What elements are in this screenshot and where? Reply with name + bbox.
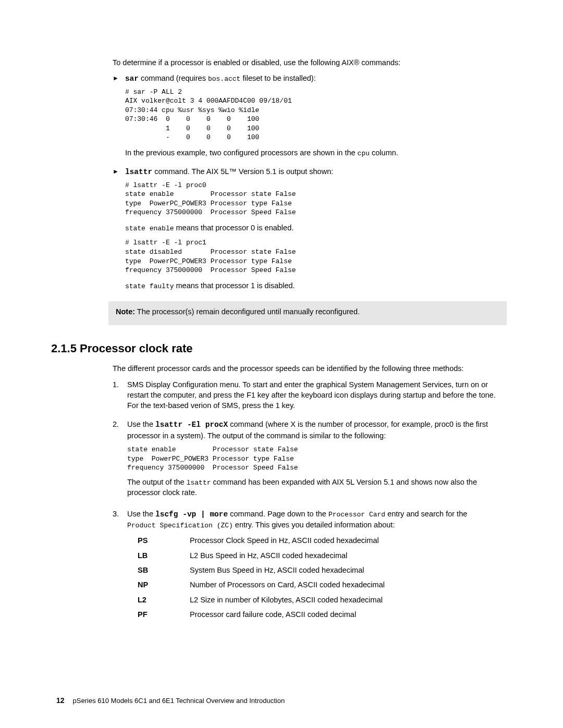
sar-cmd: sar <box>125 75 139 83</box>
def-row-l2: L2 L2 Size in number of Kilobytes, ASCII… <box>138 595 507 605</box>
state-faulty-code: state faulty <box>125 282 174 290</box>
text: Use the <box>127 510 155 518</box>
processor-card-code: Processor Card <box>328 511 385 519</box>
def-key: PF <box>138 609 190 620</box>
bullet-item-lsattr: ► lsattr command. The AIX 5L™ Version 5.… <box>113 166 507 296</box>
def-row-sb: SB System Bus Speed in Hz, ASCII coded h… <box>138 565 507 575</box>
text: entry. This gives you detailed informati… <box>233 521 395 529</box>
lsattr-proc1-output: # lsattr -E -l proc1 state disabled Proc… <box>125 238 333 275</box>
page-number: 12 <box>56 696 65 706</box>
bullet-body: sar command (requires bos.acct fileset t… <box>125 73 398 163</box>
text: means that processor 1 is disabled. <box>174 281 295 290</box>
note-label: Note: <box>116 307 135 316</box>
bullet-glyph: ► <box>113 73 119 163</box>
lsattr-code: lsattr <box>187 479 211 487</box>
def-val: Processor Clock Speed in Hz, ASCII coded… <box>190 535 507 546</box>
step-1: 1. SMS Display Configuration menu. To st… <box>113 379 507 414</box>
def-key: PS <box>138 535 190 546</box>
text: The output of the <box>127 478 187 486</box>
footer-title: pSeries 610 Models 6C1 and 6E1 Technical… <box>73 696 285 706</box>
text: entry and search for the <box>385 510 467 518</box>
lsattr-el-cmd: lsattr -El procX <box>155 421 228 429</box>
page-footer: 12 pSeries 610 Models 6C1 and 6E1 Techni… <box>56 696 285 706</box>
note-text: The processor(s) remain deconfigured unt… <box>135 307 360 316</box>
def-val: L2 Size in number of Kilobytes, ASCII co… <box>190 595 507 605</box>
cpu-code: cpu <box>358 150 370 157</box>
lsattr-proc0-output: # lsattr -E -l proc0 state enable Proces… <box>125 181 333 217</box>
lsattr-output-step2: state enable Processor state False type … <box>127 445 507 473</box>
def-row-pf: PF Processor card failure code, ASCII co… <box>138 609 507 620</box>
text: Use the <box>127 420 155 428</box>
text: column. <box>370 149 398 157</box>
sar-output: # sar -P ALL 2 AIX volker@colt 3 4 000AA… <box>125 88 398 142</box>
bullet-item-sar: ► sar command (requires bos.acct fileset… <box>113 73 507 163</box>
text: command. The AIX 5L™ Version 5.1 is outp… <box>152 167 333 176</box>
bullet-glyph: ► <box>113 166 119 296</box>
product-spec-code: Product Specification (ZC) <box>127 522 233 529</box>
def-val: Processor card failure code, ASCII coded… <box>190 609 507 620</box>
step-text: SMS Display Configuration menu. To start… <box>127 379 507 411</box>
bos-acct: bos.acct <box>208 75 240 83</box>
def-key: SB <box>138 565 190 575</box>
text: command (requires <box>139 74 208 82</box>
def-key: L2 <box>138 595 190 605</box>
section-intro: The different processor cards and the pr… <box>113 363 507 374</box>
text: means that processor 0 is enabled. <box>174 224 294 232</box>
def-val: System Bus Speed in Hz, ASCII coded hexa… <box>190 565 507 575</box>
note-box: Note: The processor(s) remain deconfigur… <box>108 301 507 325</box>
text: In the previous example, two configured … <box>125 149 358 157</box>
text: command. Page down to the <box>228 510 328 518</box>
def-row-lb: LB L2 Bus Speed in Hz, ASCII coded hexad… <box>138 550 507 561</box>
def-key: NP <box>138 579 190 590</box>
lsattr-cmd: lsattr <box>125 168 152 176</box>
section-heading: 2.1.5 Processor clock rate <box>51 341 507 357</box>
step-number: 3. <box>113 509 123 624</box>
intro-paragraph: To determine if a processor is enabled o… <box>113 57 507 68</box>
state-enable-code: state enable <box>125 225 174 232</box>
def-val: L2 Bus Speed in Hz, ASCII coded hexadeci… <box>190 550 507 561</box>
text: fileset to be installed): <box>240 74 315 82</box>
step-3: 3. Use the lscfg -vp | more command. Pag… <box>113 509 507 624</box>
step-number: 2. <box>113 419 123 503</box>
step-number: 1. <box>113 379 123 414</box>
bullet-body: lsattr command. The AIX 5L™ Version 5.1 … <box>125 166 333 296</box>
lscfg-cmd: lscfg -vp | more <box>155 510 228 519</box>
def-row-np: NP Number of Processors on Card, ASCII c… <box>138 579 507 590</box>
def-key: LB <box>138 550 190 561</box>
step-2: 2. Use the lsattr -El procX command (whe… <box>113 419 507 503</box>
def-val: Number of Processors on Card, ASCII code… <box>190 579 507 590</box>
def-row-ps: PS Processor Clock Speed in Hz, ASCII co… <box>138 535 507 546</box>
